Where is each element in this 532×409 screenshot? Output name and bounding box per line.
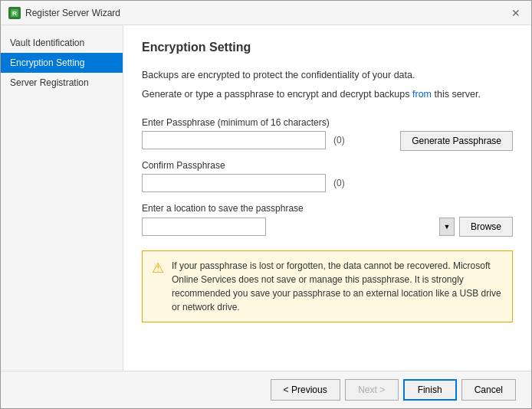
location-dropdown-wrapper: ▼ xyxy=(142,218,455,236)
passphrase-label: Enter Passphrase (minimum of 16 characte… xyxy=(142,117,513,128)
confirm-section: Confirm Passphrase (0) xyxy=(142,160,513,195)
passphrase-section: Enter Passphrase (minimum of 16 characte… xyxy=(142,117,513,152)
titlebar-left: R Register Server Wizard xyxy=(8,7,120,19)
confirm-label: Confirm Passphrase xyxy=(142,160,513,171)
warning-icon: ⚠ xyxy=(152,260,164,276)
passphrase-input-row: (0) xyxy=(142,131,345,149)
sidebar-item-encryption-setting[interactable]: Encryption Setting xyxy=(1,53,123,73)
passphrase-count: (0) xyxy=(333,135,345,146)
link-from: from xyxy=(412,89,432,100)
footer: < Previous Next > Finish Cancel xyxy=(1,371,531,408)
location-row: ▼ Browse xyxy=(142,217,513,237)
confirm-count: (0) xyxy=(333,178,345,188)
sidebar-item-vault-identification[interactable]: Vault Identification xyxy=(1,33,123,53)
close-button[interactable]: ✕ xyxy=(508,5,524,21)
app-icon: R xyxy=(8,7,21,19)
next-button[interactable]: Next > xyxy=(345,379,399,401)
browse-button[interactable]: Browse xyxy=(459,217,513,237)
cancel-button[interactable]: Cancel xyxy=(461,379,516,401)
titlebar-title: Register Server Wizard xyxy=(25,8,120,18)
generate-passphrase-button[interactable]: Generate Passphrase xyxy=(400,131,513,151)
confirm-input-row: (0) xyxy=(142,174,513,192)
sidebar-item-server-registration[interactable]: Server Registration xyxy=(1,73,123,93)
svg-text:R: R xyxy=(12,10,17,17)
dropdown-arrow-icon[interactable]: ▼ xyxy=(439,218,455,236)
location-label: Enter a location to save the passphrase xyxy=(142,203,513,214)
dialog-window: R Register Server Wizard ✕ Vault Identif… xyxy=(0,0,532,409)
info-line-1: Backups are encrypted to protect the con… xyxy=(142,68,513,83)
content-area: Vault Identification Encryption Setting … xyxy=(1,25,531,371)
location-input[interactable] xyxy=(142,218,266,236)
location-section: Enter a location to save the passphrase … xyxy=(142,203,513,237)
confirm-passphrase-input[interactable] xyxy=(142,174,326,192)
main-panel: Encryption Setting Backups are encrypted… xyxy=(123,25,531,371)
passphrase-row: (0) Generate Passphrase xyxy=(142,131,513,152)
previous-button[interactable]: < Previous xyxy=(271,379,340,401)
finish-button[interactable]: Finish xyxy=(403,379,457,401)
warning-text: If your passphrase is lost or forgotten,… xyxy=(172,259,503,314)
page-title: Encryption Setting xyxy=(142,41,513,54)
titlebar: R Register Server Wizard ✕ xyxy=(1,1,531,25)
passphrase-input[interactable] xyxy=(142,131,326,149)
sidebar: Vault Identification Encryption Setting … xyxy=(1,25,123,371)
warning-box: ⚠ If your passphrase is lost or forgotte… xyxy=(142,250,513,322)
info-line-2: Generate or type a passphrase to encrypt… xyxy=(142,87,513,102)
